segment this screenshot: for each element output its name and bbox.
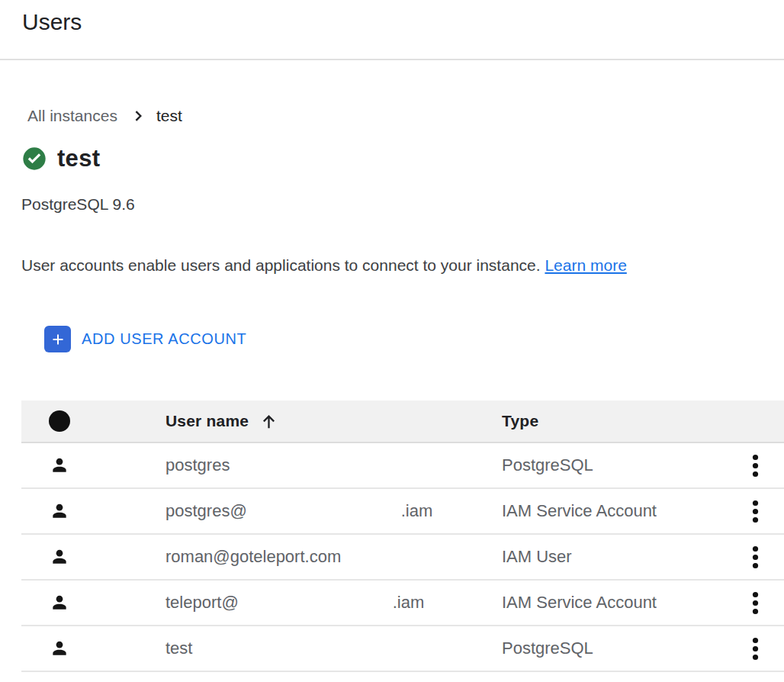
table-header-row: User name Type [21,401,784,443]
instance-name: test [57,145,100,172]
redacted-project-gap [239,607,393,608]
user-name: roman@goteleport.com [165,547,341,567]
add-user-account-button[interactable]: ADD USER ACCOUNT [44,326,246,352]
user-type: IAM Service Account [502,593,726,613]
add-plus-icon [44,326,71,352]
chevron-right-icon [130,108,146,124]
content: All instances test test PostgreSQL 9.6 U… [0,106,784,672]
row-icon-cell [21,639,165,658]
user-type: IAM Service Account [502,501,726,521]
row-menu-button[interactable] [746,634,765,664]
user-name-suffix: .iam [393,593,425,613]
user-name: postgres [165,455,230,475]
select-all-cell [21,410,165,432]
instance-heading: test [21,146,784,172]
user-name-header-label: User name [165,412,249,430]
row-icon-cell [21,501,165,521]
table-row: teleport@ .iam IAM Service Account [21,581,784,626]
sort-ascending-arrow-icon [259,412,278,431]
table-row: postgres PostgreSQL [21,443,784,489]
person-icon [50,639,69,658]
add-user-account-label: ADD USER ACCOUNT [82,330,246,348]
column-header-type[interactable]: Type [502,412,726,430]
user-name: postgres@ [165,501,247,521]
row-menu-button[interactable] [746,588,765,618]
type-header-label: Type [502,412,538,430]
row-menu-button[interactable] [746,497,765,526]
person-icon [50,547,69,567]
user-name: teleport@ [165,593,239,613]
page-header: Users [0,0,784,60]
breadcrumb-current: test [156,107,182,125]
table-row: test PostgreSQL [21,626,784,672]
user-type: PostgreSQL [502,639,726,658]
person-icon [50,455,69,475]
page-title: Users [22,8,82,37]
redacted-project-gap [247,516,401,516]
row-icon-cell [21,455,165,475]
column-header-user-name[interactable]: User name [165,412,502,431]
table-row: roman@goteleport.com IAM User [21,535,784,581]
table-row: postgres@ .iam IAM Service Account [21,489,784,535]
row-icon-cell [21,547,165,567]
user-type: PostgreSQL [502,455,726,475]
person-icon [50,593,69,613]
users-table: User name Type postgres PostgreSQL [21,401,784,672]
user-type: IAM User [502,547,726,567]
person-icon [50,501,69,521]
learn-more-link[interactable]: Learn more [545,256,626,274]
row-menu-button[interactable] [746,451,765,481]
engine-version: PostgreSQL 9.6 [21,195,784,214]
row-menu-button[interactable] [746,542,765,572]
row-icon-cell [21,593,165,613]
user-name-suffix: .iam [401,501,433,521]
intro-paragraph: User accounts enable users and applicati… [21,256,784,275]
intro-text: User accounts enable users and applicati… [21,256,541,274]
user-name: test [165,639,192,658]
select-all-circle-icon[interactable] [49,410,70,432]
status-ok-check-icon [22,146,47,171]
breadcrumb-all-instances-link[interactable]: All instances [27,107,117,125]
breadcrumb: All instances test [27,106,784,126]
